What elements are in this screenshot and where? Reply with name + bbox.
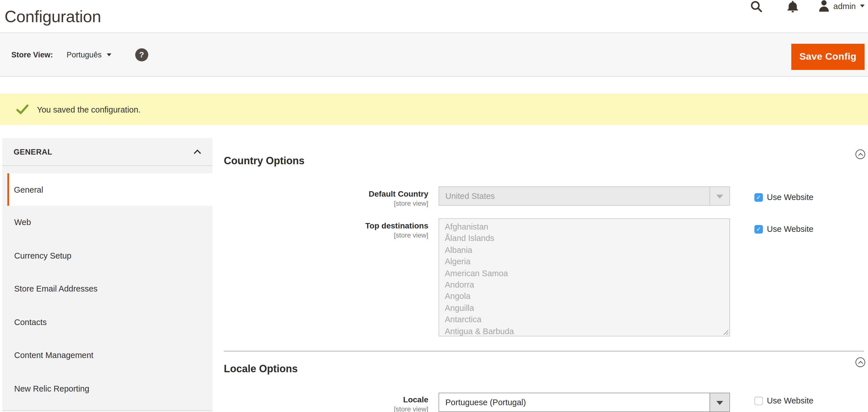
use-website-checkbox[interactable] <box>754 225 763 234</box>
default-country-select[interactable]: United States <box>438 186 730 206</box>
sidebar-nav: General Web Currency Setup Store Email A… <box>2 166 213 411</box>
notifications-bell-icon[interactable] <box>787 1 798 14</box>
sidebar-item-new-relic-reporting[interactable]: New Relic Reporting <box>2 372 213 405</box>
store-view-value: Português <box>67 50 102 59</box>
collapse-locale-options-button[interactable] <box>856 357 865 367</box>
chevron-up-icon <box>858 361 863 366</box>
use-website-checkbox-group[interactable]: Use Website <box>754 225 813 234</box>
use-website-checkbox[interactable] <box>754 396 763 405</box>
use-website-label: Use Website <box>767 193 813 202</box>
section-title-country-options: Country Options <box>224 155 305 167</box>
success-message: You saved the configuration. <box>0 94 868 125</box>
multiselect-option[interactable]: American Samoa <box>439 267 730 279</box>
sidebar-item-contacts[interactable]: Contacts <box>2 305 213 339</box>
use-website-checkbox-group[interactable]: Use Website <box>754 193 813 202</box>
use-website-label: Use Website <box>767 396 813 405</box>
caret-down-icon <box>107 53 111 56</box>
multiselect-option[interactable]: Afghanistan <box>439 221 730 233</box>
field-row-locale: Locale [store view] Portuguese (Portugal… <box>224 393 864 412</box>
multiselect-option[interactable]: Albania <box>439 244 730 256</box>
use-website-checkbox-group[interactable]: Use Website <box>754 396 813 406</box>
success-checkmark-icon <box>17 105 28 114</box>
chevron-up-icon <box>858 153 863 158</box>
multiselect-option[interactable]: Antarctica <box>439 314 730 326</box>
multiselect-option[interactable]: Algeria <box>439 256 730 267</box>
store-view-switcher[interactable]: Português <box>67 50 111 59</box>
save-config-button[interactable]: Save Config <box>791 44 865 70</box>
section-title-locale-options: Locale Options <box>224 363 298 375</box>
multiselect-option[interactable]: Andorra <box>439 279 730 291</box>
use-website-checkbox[interactable] <box>754 193 763 202</box>
search-icon[interactable] <box>750 1 762 14</box>
select-value: United States <box>439 187 710 205</box>
use-website-label: Use Website <box>767 225 813 234</box>
top-destinations-multiselect[interactable]: Afghanistan Åland Islands Albania Algeri… <box>438 218 730 336</box>
page-title: Configuration <box>4 8 101 26</box>
field-row-default-country: Default Country [store view] United Stat… <box>224 186 864 208</box>
page-actions-toolbar: Store View: Português ? <box>0 32 868 77</box>
success-message-text: You saved the configuration. <box>37 105 141 114</box>
multiselect-option[interactable]: Anguilla <box>439 302 730 314</box>
account-username: admin <box>833 1 856 10</box>
field-scope: [store view] <box>224 231 428 240</box>
store-view-label: Store View: <box>11 50 53 59</box>
section-divider <box>224 351 864 352</box>
sidebar-item-currency-setup[interactable]: Currency Setup <box>2 239 213 272</box>
sidebar-item-general[interactable]: General <box>7 173 214 206</box>
multiselect-option[interactable]: Angola <box>439 291 730 302</box>
account-menu[interactable]: admin <box>818 0 864 12</box>
multiselect-option[interactable]: Antigua & Barbuda <box>439 325 730 336</box>
resize-grip-icon[interactable] <box>723 330 729 335</box>
caret-down-icon <box>710 187 730 205</box>
help-icon[interactable]: ? <box>135 48 148 61</box>
select-value: Portuguese (Portugal) <box>439 393 710 411</box>
magnifier-glyph <box>750 1 762 12</box>
bell-glyph <box>787 1 798 12</box>
sidebar-item-store-email-addresses[interactable]: Store Email Addresses <box>2 272 213 305</box>
sidebar-item-web[interactable]: Web <box>2 206 213 239</box>
caret-down-icon <box>710 393 730 411</box>
sidebar-section-general[interactable]: GENERAL <box>2 138 213 166</box>
configuration-page: Configuration admin Store View: Portuguê… <box>0 0 868 412</box>
sidebar-item-content-management[interactable]: Content Management <box>2 339 213 372</box>
field-label: Default Country <box>224 189 428 199</box>
question-mark-glyph: ? <box>139 50 144 59</box>
collapse-country-options-button[interactable] <box>856 149 865 159</box>
caret-down-icon <box>860 4 864 7</box>
field-scope: [store view] <box>224 405 428 412</box>
chevron-up-icon <box>194 149 201 156</box>
field-scope: [store view] <box>224 199 428 208</box>
multiselect-option[interactable]: Åland Islands <box>439 233 730 244</box>
person-icon <box>818 0 829 12</box>
field-row-top-destinations: Top destinations [store view] Afghanista… <box>224 218 864 336</box>
sidebar-section-label: GENERAL <box>13 147 52 156</box>
locale-select[interactable]: Portuguese (Portugal) <box>438 393 730 412</box>
field-label: Locale <box>224 395 428 405</box>
field-label: Top destinations <box>224 221 428 231</box>
